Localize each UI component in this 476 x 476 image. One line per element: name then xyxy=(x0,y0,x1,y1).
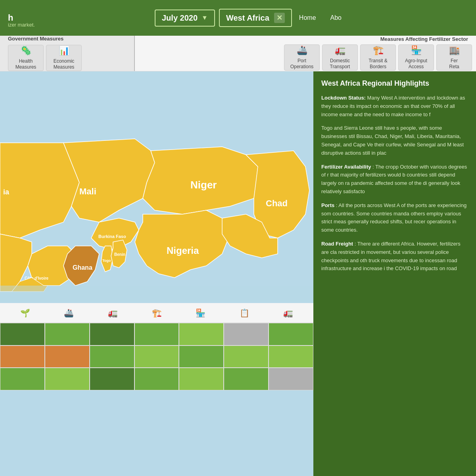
icon-cell-4: 🏗️ xyxy=(135,308,179,318)
domestic-transport-btn[interactable]: 🚛 DomesticTransport xyxy=(322,44,358,71)
region-selector[interactable]: West Africa ✕ xyxy=(219,9,292,27)
data-cell xyxy=(45,345,90,368)
date-selector[interactable]: July 2020 ▼ xyxy=(155,10,215,27)
icon-cell-2: 🚢 xyxy=(47,308,91,318)
data-icons-row: 🌱 🚢 🚛 🏗️ 🏪 📋 🚛 xyxy=(0,303,313,323)
data-cell xyxy=(45,323,90,345)
measures-buttons: 🚢 PortOperations 🚛 DomesticTransport 🏗️ … xyxy=(139,44,472,71)
burkina-label: Burkina Faso xyxy=(98,234,126,239)
measures-label: Measures Affecting Fertilizer Sector xyxy=(139,36,472,42)
data-cell xyxy=(179,323,224,345)
data-grid-row-3 xyxy=(0,368,313,390)
data-cell xyxy=(0,368,45,390)
gov-measures-section: Government Measures 🦠 HealthMeasures 📊 E… xyxy=(0,36,135,71)
data-cell xyxy=(179,345,224,368)
togo-label: Togo xyxy=(102,259,111,263)
map-area: ia Mali Niger Chad Burkina Faso Nigeria … xyxy=(0,71,313,476)
data-cell xyxy=(0,345,45,368)
data-cell xyxy=(269,345,313,368)
data-cell xyxy=(269,323,313,345)
road-heading: Road Freight xyxy=(321,241,353,247)
road-section: Road Freight : There are different Afric… xyxy=(321,240,468,273)
data-cell xyxy=(224,323,269,345)
transit-icon: 🏗️ xyxy=(373,45,384,56)
category-bar: Government Measures 🦠 HealthMeasures 📊 E… xyxy=(0,36,476,71)
nav-home[interactable]: Home xyxy=(296,11,319,25)
icon-cell-1: 🌱 xyxy=(3,308,47,318)
port-label: PortOperations xyxy=(290,58,314,70)
agro-icon: 🏪 xyxy=(411,45,422,56)
right-panel: West Africa Regional Highlights Lockdown… xyxy=(313,71,476,476)
port-icon: 🚢 xyxy=(297,45,307,56)
icon-cell-5: 🏪 xyxy=(178,308,223,318)
economic-icon: 📊 xyxy=(59,45,69,57)
selected-region: West Africa xyxy=(226,13,269,23)
icon-cell-7: 🚛 xyxy=(266,308,310,318)
header-controls: July 2020 ▼ West Africa ✕ Home Abo xyxy=(155,9,345,27)
region-close-icon[interactable]: ✕ xyxy=(274,13,285,23)
gov-measures-label: Government Measures xyxy=(8,36,63,42)
lockdown-section: Lockdown Status: Many West A interventio… xyxy=(321,94,468,119)
highlights-title: West Africa Regional Highlights xyxy=(321,79,468,88)
icon-cell-6: 📋 xyxy=(223,308,267,318)
health-label: HealthMeasures xyxy=(15,58,36,71)
ports-heading: Ports xyxy=(321,202,334,208)
togo-text: Togo and Sierra Leone still have s peopl… xyxy=(321,125,464,155)
data-cell xyxy=(269,368,313,390)
transit-label: Transit &Borders xyxy=(369,58,388,70)
svg-rect-1 xyxy=(0,286,313,301)
selected-date: July 2020 xyxy=(162,13,198,23)
nigeria-label: Nigeria xyxy=(167,245,199,256)
fertilizer-measures-section: Measures Affecting Fertilizer Sector 🚢 P… xyxy=(135,36,476,71)
data-cell xyxy=(224,345,269,368)
data-grid xyxy=(0,323,313,390)
agro-label: Agro-InputAccess xyxy=(405,58,427,70)
data-grid-row-2 xyxy=(0,345,313,368)
data-grid-row-1 xyxy=(0,323,313,345)
data-cell xyxy=(134,323,179,345)
data-cell xyxy=(134,345,179,368)
data-cell xyxy=(90,345,134,368)
ports-text: : All the ports across West A of the por… xyxy=(321,202,466,233)
retail-icon: 🏬 xyxy=(449,45,460,56)
transit-borders-btn[interactable]: 🏗️ Transit &Borders xyxy=(360,44,396,71)
ports-section: Ports : All the ports across West A of t… xyxy=(321,202,468,234)
niger-label: Niger xyxy=(190,179,217,191)
icon-cell-3: 🚛 xyxy=(91,308,135,318)
app-header: h izer market. July 2020 ▼ West Africa ✕… xyxy=(0,0,476,36)
ghana-label: Ghana xyxy=(73,264,92,271)
togo-section: Togo and Sierra Leone still have s peopl… xyxy=(321,124,468,157)
health-measures-btn[interactable]: 🦠 HealthMeasures xyxy=(8,45,44,71)
app-subtitle: izer market. xyxy=(8,22,35,28)
data-cell xyxy=(134,368,179,390)
data-rows-area: 🌱 🚢 🚛 🏗️ 🏪 📋 🚛 xyxy=(0,303,313,390)
fertilizer-retail-btn[interactable]: 🏬 FerReta xyxy=(436,44,472,71)
mali-label: Mali xyxy=(79,186,96,196)
benin-label: Benin xyxy=(114,252,125,257)
data-cell xyxy=(90,323,134,345)
data-cell xyxy=(45,368,90,390)
economic-label: EconomicMeasures xyxy=(54,58,75,71)
data-cell xyxy=(179,368,224,390)
data-cell xyxy=(0,323,45,345)
data-cell xyxy=(90,368,134,390)
transport-label: DomesticTransport xyxy=(330,58,350,70)
africa-map: ia Mali Niger Chad Burkina Faso Nigeria … xyxy=(0,71,313,301)
retail-label: FerReta xyxy=(449,58,459,70)
data-cell xyxy=(224,368,269,390)
health-icon: 🦠 xyxy=(21,45,31,57)
nav-about[interactable]: Abo xyxy=(327,11,345,25)
economic-measures-btn[interactable]: 📊 EconomicMeasures xyxy=(46,45,82,71)
transport-icon: 🚛 xyxy=(335,45,345,56)
fertilizer-heading: Fertilizer Availability xyxy=(321,164,371,170)
lockdown-heading: Lockdown Status: xyxy=(321,95,366,101)
mauritania-label: ia xyxy=(3,188,10,196)
port-operations-btn[interactable]: 🚢 PortOperations xyxy=(284,44,320,71)
nav-links: Home Abo xyxy=(296,11,345,25)
agro-input-btn[interactable]: 🏪 Agro-InputAccess xyxy=(398,44,434,71)
gov-buttons: 🦠 HealthMeasures 📊 EconomicMeasures xyxy=(8,45,82,71)
main-content: ia Mali Niger Chad Burkina Faso Nigeria … xyxy=(0,71,476,476)
fertilizer-section: Fertilizer Availability : The cropp Octo… xyxy=(321,163,468,196)
date-dropdown-arrow: ▼ xyxy=(202,14,208,21)
chad-label: Chad xyxy=(266,198,288,208)
